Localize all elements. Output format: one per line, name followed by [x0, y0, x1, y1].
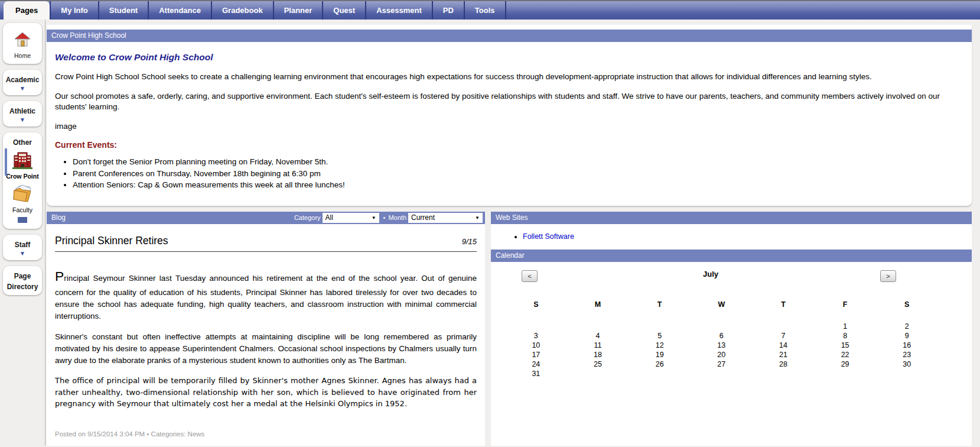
calendar-month-title: July [491, 270, 930, 278]
sidebar: Home Academic ▼ Athletic ▼ Other [0, 20, 45, 446]
tab-attendance[interactable]: Attendance [149, 1, 212, 20]
day-header: T [629, 300, 691, 322]
sidebar-item-crow-point[interactable]: Crow Point [4, 150, 41, 181]
calendar-day-cell[interactable] [567, 322, 629, 331]
calendar-day-cell[interactable]: 12 [629, 341, 691, 350]
event-item: Don't forget the Senior Prom planning me… [73, 157, 972, 168]
calendar-day-cell[interactable]: 9 [876, 331, 938, 341]
tab-gradebook[interactable]: Gradebook [212, 1, 274, 20]
calendar-day-cell[interactable] [629, 322, 691, 331]
tab-planner[interactable]: Planner [274, 1, 324, 20]
day-header: W [691, 300, 753, 322]
post-paragraph: Principal Seymour Skinner last Tuesday a… [55, 266, 477, 322]
calendar-day-cell[interactable]: 22 [814, 350, 876, 359]
calendar-day-cell[interactable]: 31 [505, 369, 567, 378]
calendar-day-cell[interactable]: 19 [629, 350, 691, 359]
calendar-day-cell[interactable] [753, 322, 815, 331]
calendar-day-cell[interactable]: 11 [567, 341, 629, 350]
calendar-day-cell[interactable]: 13 [691, 341, 753, 350]
calendar-day-cell[interactable]: 18 [567, 350, 629, 359]
calendar-day-header-row: S M T W T F S [505, 300, 938, 322]
tab-student[interactable]: Student [99, 1, 149, 20]
calendar-day-cell[interactable]: 3 [505, 331, 567, 341]
tab-tools[interactable]: Tools [465, 1, 506, 20]
sidebar-academic-label: Academic [6, 76, 40, 84]
sidebar-item-athletic[interactable]: Athletic ▼ [3, 101, 42, 127]
tab-my-info[interactable]: My Info [50, 1, 99, 20]
calendar-day-cell[interactable] [814, 369, 876, 378]
calendar-day-cell[interactable]: 24 [505, 359, 567, 369]
calendar-day-cell[interactable] [691, 369, 753, 378]
calendar-day-cell[interactable] [505, 322, 567, 331]
sidebar-item-staff[interactable]: Staff ▼ [3, 235, 42, 260]
calendar-day-cell[interactable] [629, 369, 691, 378]
calendar-day-cell[interactable] [691, 322, 753, 331]
calendar-day-cell[interactable]: 25 [567, 359, 629, 369]
calendar-day-cell[interactable]: 23 [876, 350, 938, 359]
calendar-day-cell[interactable]: 28 [753, 359, 815, 369]
chevron-down-icon: ▼ [372, 212, 376, 224]
chevron-down-icon: ▼ [4, 251, 41, 257]
calendar-header-title: Calendar [496, 250, 525, 262]
calendar-nav: July < > [491, 270, 972, 283]
calendar-day-cell[interactable]: 2 [876, 322, 938, 331]
calendar-day-cell[interactable]: 14 [753, 341, 815, 350]
calendar-day-cell[interactable]: 21 [753, 350, 815, 359]
calendar-day-cell[interactable]: 1 [814, 322, 876, 331]
blog-header: Blog Category All ▼ • Month Current ▼ [47, 212, 485, 224]
intro-paragraph: Our school promotes a safe, orderly, car… [55, 91, 963, 112]
navbar-filler [506, 1, 980, 20]
sidebar-group-other: Other Crow Point [3, 132, 42, 229]
tab-quest[interactable]: Quest [323, 1, 366, 20]
tab-pd[interactable]: PD [433, 1, 465, 20]
calendar-day-cell[interactable] [753, 369, 815, 378]
blog-body: Principal Skinner Retires 9/15 Principal… [47, 224, 485, 446]
calendar-day-cell[interactable]: 26 [629, 359, 691, 369]
folder-icon [4, 183, 41, 203]
websites-body: Follett Software [491, 224, 972, 250]
calendar-day-cell[interactable]: 5 [629, 331, 691, 341]
month-label: Month [388, 212, 406, 224]
month-select[interactable]: Current ▼ [408, 213, 483, 223]
calendar-day-cell[interactable]: 30 [876, 359, 938, 369]
post-date: 9/15 [462, 237, 477, 246]
calendar-day-cell[interactable]: 10 [505, 341, 567, 350]
calendar-day-cell[interactable]: 20 [691, 350, 753, 359]
calendar-day-cell[interactable]: 8 [814, 331, 876, 341]
welcome-panel: Crow Point High School Welcome to Crow P… [47, 25, 972, 206]
post-title-row: Principal Skinner Retires 9/15 [55, 235, 477, 252]
calendar-day-cell[interactable]: 17 [505, 350, 567, 359]
header-separator-dot: • [383, 212, 386, 224]
intro-paragraph: Crow Point High School School seeks to c… [55, 72, 963, 82]
image-placeholder-text: image [55, 122, 963, 131]
calendar-day-cell[interactable] [876, 369, 938, 378]
calendar-day-cell[interactable]: 7 [753, 331, 815, 341]
calendar-day-cell[interactable]: 6 [691, 331, 753, 341]
calendar-day-cell[interactable] [567, 369, 629, 378]
event-item: Parent Conferences on Thursday, November… [73, 169, 972, 180]
calendar-day-cell[interactable]: 29 [814, 359, 876, 369]
calendar-day-cell[interactable]: 4 [567, 331, 629, 341]
day-header: S [505, 300, 567, 322]
calendar-day-cell[interactable]: 15 [814, 341, 876, 350]
sidebar-item-faculty[interactable]: Faculty [4, 183, 41, 223]
sidebar-item-academic[interactable]: Academic ▼ [3, 70, 42, 95]
sidebar-crow-point-label: Crow Point [6, 173, 38, 180]
category-select[interactable]: All ▼ [323, 213, 379, 223]
school-banner: Crow Point High School [47, 30, 972, 42]
calendar-table: S M T W T F S [505, 300, 938, 378]
selected-indicator-bar [5, 148, 7, 176]
top-navbar: Pages My Info Student Attendance Gradebo… [0, 0, 980, 20]
calendar-day-cell[interactable]: 16 [876, 341, 938, 350]
sidebar-athletic-label: Athletic [9, 107, 35, 115]
follett-software-link[interactable]: Follett Software [523, 232, 574, 241]
tab-assessment[interactable]: Assessment [366, 1, 433, 20]
blog-panel: Blog Category All ▼ • Month Current ▼ [47, 212, 485, 446]
calendar-day-cell[interactable]: 27 [691, 359, 753, 369]
post-paragraph: Skinner's constant but often ineffective… [55, 331, 477, 367]
sidebar-item-home[interactable]: Home [3, 23, 42, 64]
websites-header-title: Web Sites [496, 212, 528, 224]
post-footer: Posted on 9/15/2014 3:04 PM • Categories… [55, 417, 477, 438]
sidebar-item-page-directory[interactable]: Page Directory [3, 266, 42, 295]
tab-pages[interactable]: Pages [4, 1, 50, 20]
